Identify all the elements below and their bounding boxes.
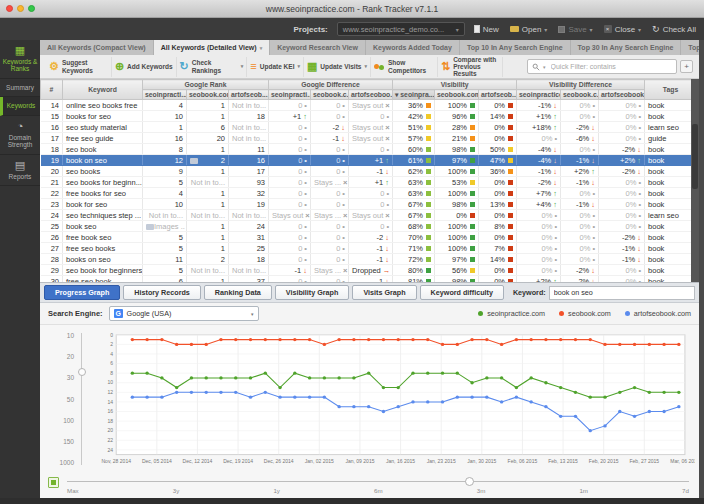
cell-visibility-difference[interactable]: 0%•: [599, 111, 645, 122]
cell-keyword[interactable]: books for seo: [63, 111, 143, 122]
cell-visibility[interactable]: 62%: [393, 166, 435, 177]
sidebar-item-reports[interactable]: ▤Reports: [0, 155, 40, 186]
cell-google-rank[interactable]: 19: [229, 199, 269, 210]
cell-tags[interactable]: book: [645, 199, 697, 210]
cell-visibility-difference[interactable]: -2%↓: [561, 265, 599, 276]
table-row[interactable]: 22free books for seo41320•0•0•63%100%0%+…: [41, 188, 697, 199]
table-row[interactable]: 30free seo book61370•0•-1↓81%98%0%+2%↑-2…: [41, 276, 697, 283]
cell-google-difference[interactable]: +1↑: [349, 177, 393, 188]
export-chart-icon[interactable]: [48, 477, 59, 488]
cell-visibility-difference[interactable]: 0%•: [561, 232, 599, 243]
cell-visibility-difference[interactable]: 0%•: [517, 243, 561, 254]
cell-num[interactable]: 30: [41, 276, 63, 283]
cell-google-difference[interactable]: 0•: [269, 100, 311, 111]
column-group-visibility-difference[interactable]: Visibility Difference: [517, 80, 645, 90]
cell-visibility-difference[interactable]: +7%↑: [517, 188, 561, 199]
column-subheader-10[interactable]: seobook.c...: [561, 90, 599, 100]
tab-keyword-research-view[interactable]: Keyword Research View: [270, 40, 366, 55]
cell-tags[interactable]: book: [645, 232, 697, 243]
cell-google-rank[interactable]: Not in to...: [187, 177, 229, 188]
bottom-tab-visits-graph[interactable]: Visits Graph: [352, 285, 416, 300]
cell-visibility-difference[interactable]: 0%•: [599, 276, 645, 283]
cell-visibility-difference[interactable]: 0%•: [561, 188, 599, 199]
cell-visibility-difference[interactable]: -4%↓: [517, 155, 561, 166]
cell-visibility[interactable]: 0%: [479, 122, 517, 133]
cell-google-rank[interactable]: Not in to...: [229, 210, 269, 221]
cell-num[interactable]: 17: [41, 133, 63, 144]
cell-keyword[interactable]: seo books: [63, 166, 143, 177]
search-engine-select[interactable]: G Google (USA) ▾: [109, 306, 259, 321]
cell-visibility[interactable]: 100%: [435, 221, 479, 232]
cell-visibility[interactable]: 100%: [435, 100, 479, 111]
cell-google-difference[interactable]: Stays out×: [349, 210, 393, 221]
column-group-google-rank[interactable]: Google Rank: [143, 80, 269, 90]
cell-visibility-difference[interactable]: -2%↓: [561, 276, 599, 283]
suggest-keywords-button[interactable]: ⚙Suggest Keywords: [46, 57, 112, 77]
cell-visibility[interactable]: 98%: [435, 199, 479, 210]
cell-visibility[interactable]: 0%: [479, 210, 517, 221]
cell-visibility[interactable]: 0%: [435, 210, 479, 221]
cell-visibility-difference[interactable]: -1%↓: [561, 177, 599, 188]
cell-visibility-difference[interactable]: +2%↑: [561, 166, 599, 177]
cell-visibility[interactable]: 28%: [435, 122, 479, 133]
cell-google-difference[interactable]: 0•: [269, 232, 311, 243]
cell-visibility-difference[interactable]: 0%•: [561, 221, 599, 232]
cell-keyword[interactable]: free seo book: [63, 276, 143, 283]
project-select[interactable]: www.seoinpractice_demo.co... ▾: [337, 22, 465, 36]
cell-visibility[interactable]: 98%: [435, 144, 479, 155]
cell-visibility-difference[interactable]: -1%↓: [517, 100, 561, 111]
cell-keyword[interactable]: book on seo: [63, 155, 143, 166]
cell-visibility[interactable]: 14%: [479, 254, 517, 265]
cell-google-difference[interactable]: 0•: [349, 199, 393, 210]
search-mode-chevron-icon[interactable]: ▾: [543, 64, 546, 70]
cell-google-rank[interactable]: 12: [143, 155, 187, 166]
cell-num[interactable]: 29: [41, 265, 63, 276]
cell-google-difference[interactable]: +1↑: [269, 111, 311, 122]
cell-visibility[interactable]: 98%: [435, 276, 479, 283]
cell-keyword[interactable]: books on seo: [63, 254, 143, 265]
cell-visibility-difference[interactable]: 0%•: [599, 210, 645, 221]
cell-google-rank[interactable]: 93: [229, 177, 269, 188]
cell-num[interactable]: 22: [41, 188, 63, 199]
cell-google-difference[interactable]: 0•: [269, 254, 311, 265]
cell-visibility-difference[interactable]: 0%•: [561, 254, 599, 265]
cell-google-difference[interactable]: -2↓: [311, 122, 349, 133]
cell-google-rank[interactable]: 11: [143, 254, 187, 265]
cell-visibility-difference[interactable]: -2%↓: [599, 232, 645, 243]
table-row[interactable]: 26free book seo51310•0•-2↓70%100%0%0%•0%…: [41, 232, 697, 243]
cell-visibility-difference[interactable]: +2%↑: [599, 155, 645, 166]
cell-google-rank[interactable]: 1: [187, 199, 229, 210]
cell-keyword[interactable]: free books for seo: [63, 188, 143, 199]
cell-google-difference[interactable]: 0•: [349, 111, 393, 122]
bottom-tab-ranking-data[interactable]: Ranking Data: [204, 285, 272, 300]
cell-google-difference[interactable]: 0•: [311, 221, 349, 232]
cell-visibility[interactable]: 97%: [435, 254, 479, 265]
cell-google-difference[interactable]: Stays out×: [349, 100, 393, 111]
cell-google-difference[interactable]: 0•: [311, 100, 349, 111]
cell-google-difference[interactable]: Dropped→: [349, 265, 393, 276]
cell-keyword[interactable]: seo study material: [63, 122, 143, 133]
table-vertical-scrollbar[interactable]: [691, 79, 699, 282]
cell-google-difference[interactable]: Stays ...×: [311, 265, 349, 276]
cell-visibility-difference[interactable]: -6%↓: [561, 133, 599, 144]
cell-visibility[interactable]: 100%: [435, 166, 479, 177]
cell-num[interactable]: 19: [41, 155, 63, 166]
cell-visibility[interactable]: 42%: [393, 111, 435, 122]
cell-num[interactable]: 21: [41, 177, 63, 188]
cell-google-rank[interactable]: 5: [143, 232, 187, 243]
cell-google-rank[interactable]: 16: [229, 155, 269, 166]
table-row[interactable]: 25book seoImages ..1240•0•0•68%100%8%0%•…: [41, 221, 697, 232]
cell-visibility[interactable]: 100%: [435, 188, 479, 199]
cell-visibility-difference[interactable]: 0%•: [561, 210, 599, 221]
table-row[interactable]: 23book for seo101190•0•0•67%98%13%+4%↑-1…: [41, 199, 697, 210]
cell-visibility-difference[interactable]: 0%•: [599, 122, 645, 133]
cell-visibility[interactable]: 70%: [393, 232, 435, 243]
cell-visibility[interactable]: 8%: [479, 221, 517, 232]
cell-num[interactable]: 25: [41, 221, 63, 232]
cell-visibility-difference[interactable]: 0%•: [561, 111, 599, 122]
cell-visibility[interactable]: 96%: [435, 111, 479, 122]
cell-num[interactable]: 14: [41, 100, 63, 111]
cell-tags[interactable]: book: [645, 254, 697, 265]
cell-tags[interactable]: guide: [645, 133, 697, 144]
cell-google-difference[interactable]: +1↑: [349, 155, 393, 166]
